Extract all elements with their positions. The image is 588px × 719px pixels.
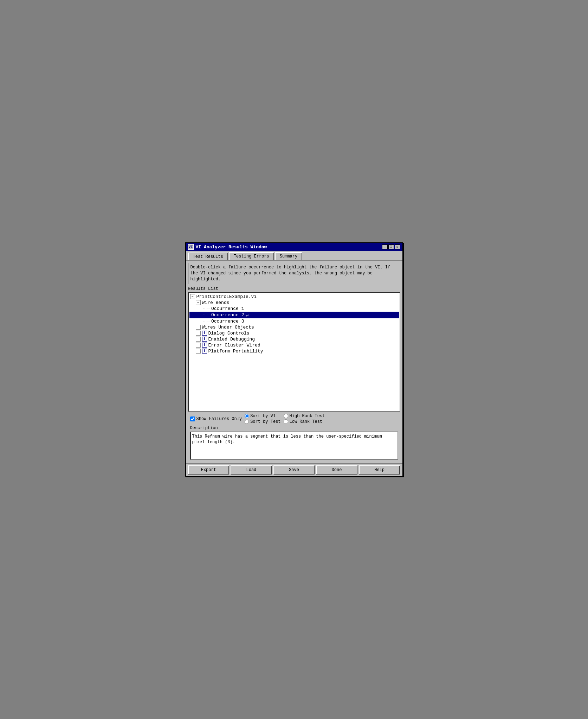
tree-item-platform[interactable]: + i Platform Portability [189, 348, 399, 354]
results-tree[interactable]: − PrintControlExample.vi − Wire Bends ··… [188, 292, 400, 412]
controls-row: Show Failures Only Sort by VI Sort by Te… [190, 414, 398, 424]
tree-item-label-occ1: Occurrence 1 [211, 306, 244, 311]
tree-line-occ3: ···· [202, 319, 210, 323]
expand-icon-platform[interactable]: + [196, 349, 201, 354]
window-icon: VI [188, 244, 194, 250]
tree-item-label-dialog-ctrl: Dialog Controls [208, 331, 250, 336]
tree-item-label-vi: PrintControlExample.vi [196, 294, 257, 299]
high-rank-radio[interactable] [284, 414, 288, 418]
tree-item-wires-under[interactable]: + Wires Under Objects [189, 324, 399, 330]
sort-by-test-radio[interactable] [245, 420, 249, 424]
sort-by-test-text: Sort by Test [250, 419, 280, 424]
show-failures-text: Show Failures Only [196, 416, 242, 421]
expand-icon-error-cluster[interactable]: + [196, 343, 201, 348]
rank-group: High Rank Test Low Rank Test [284, 414, 325, 424]
footer: Export Load Save Done Help [186, 463, 402, 476]
tree-line-occ1: ···· [202, 306, 210, 311]
cursor-icon: ↵ [246, 312, 248, 318]
title-controls: _ □ ✕ [382, 244, 400, 249]
high-rank-label[interactable]: High Rank Test [284, 414, 325, 419]
info-badge-dialog: i [202, 331, 207, 336]
sort-by-test-label[interactable]: Sort by Test [245, 419, 280, 424]
tab-summary[interactable]: Summary [275, 252, 302, 260]
vi-analyzer-window: VI VI Analyzer Results Window _ □ ✕ Test… [185, 242, 403, 476]
tab-test-results[interactable]: Test Results [188, 253, 228, 260]
tree-item-vi[interactable]: − PrintControlExample.vi [189, 294, 399, 300]
tree-item-label-occ3: Occurrence 3 [211, 319, 244, 324]
sort-radio-group: Sort by VI Sort by Test [245, 414, 280, 424]
minimize-button[interactable]: _ [382, 244, 388, 249]
low-rank-label[interactable]: Low Rank Test [284, 419, 325, 424]
tree-item-label-wires-under: Wires Under Objects [202, 325, 254, 330]
maximize-button[interactable]: □ [388, 244, 394, 249]
sort-by-vi-text: Sort by VI [250, 414, 276, 419]
tree-item-error-cluster[interactable]: + i Error Cluster Wired [189, 342, 399, 348]
expand-icon-dialog-ctrl[interactable]: + [196, 331, 201, 336]
sort-by-vi-radio[interactable] [245, 414, 249, 418]
expand-icon-enabled-debug[interactable]: + [196, 337, 201, 342]
tree-item-wire-bends[interactable]: − Wire Bends [189, 300, 399, 306]
low-rank-radio[interactable] [284, 419, 288, 424]
window-title: VI Analyzer Results Window [196, 244, 267, 250]
help-button[interactable]: Help [359, 465, 400, 475]
tree-item-occ3[interactable]: ···· Occurrence 3 [189, 318, 399, 324]
tree-item-occ2[interactable]: ···· Occurrence 2 ↵ [189, 312, 399, 318]
load-button[interactable]: Load [231, 465, 272, 475]
results-list-label: Results List [188, 286, 400, 291]
info-badge-debug: i [202, 337, 207, 342]
title-bar-left: VI VI Analyzer Results Window [188, 244, 267, 250]
expand-icon-wire-bends[interactable]: − [196, 300, 201, 305]
sort-by-vi-label[interactable]: Sort by VI [245, 414, 280, 419]
tree-item-occ1[interactable]: ···· Occurrence 1 [189, 306, 399, 312]
expand-icon-wires-under[interactable]: + [196, 325, 201, 330]
tree-item-label-occ2: Occurrence 2 [211, 312, 244, 318]
tree-line-occ2: ···· [202, 313, 210, 317]
title-bar: VI VI Analyzer Results Window _ □ ✕ [186, 243, 402, 251]
tree-item-label-platform: Platform Portability [208, 349, 263, 354]
tab-testing-errors[interactable]: Testing Errors [229, 252, 274, 260]
tree-item-label-error-cluster: Error Cluster Wired [208, 343, 260, 348]
expand-icon-vi[interactable]: − [190, 294, 195, 299]
info-badge-platform: i [202, 349, 207, 354]
show-failures-label[interactable]: Show Failures Only [190, 416, 242, 421]
description-box: This Refnum wire has a segment that is l… [190, 432, 398, 460]
close-button[interactable]: ✕ [395, 244, 400, 249]
info-badge-error: i [202, 343, 207, 348]
description-text: This Refnum wire has a segment that is l… [192, 434, 382, 445]
info-text: Double-click a failure occurrence to hig… [188, 263, 400, 284]
tabs-bar: Test Results Testing Errors Summary [186, 251, 402, 261]
show-failures-checkbox[interactable] [190, 416, 195, 421]
save-button[interactable]: Save [273, 465, 315, 475]
content-area: Double-click a failure occurrence to hig… [186, 261, 402, 463]
done-button[interactable]: Done [316, 465, 357, 475]
description-label: Description [190, 426, 398, 431]
tree-item-enabled-debug[interactable]: + i Enabled Debugging [189, 336, 399, 342]
export-button[interactable]: Export [188, 465, 230, 475]
high-rank-text: High Rank Test [290, 414, 325, 419]
bottom-controls: Show Failures Only Sort by VI Sort by Te… [188, 412, 400, 461]
low-rank-text: Low Rank Test [290, 419, 323, 424]
tree-item-label-wire-bends: Wire Bends [202, 300, 230, 305]
tree-item-label-enabled-debug: Enabled Debugging [208, 337, 255, 342]
tree-item-dialog-ctrl[interactable]: + i Dialog Controls [189, 330, 399, 336]
